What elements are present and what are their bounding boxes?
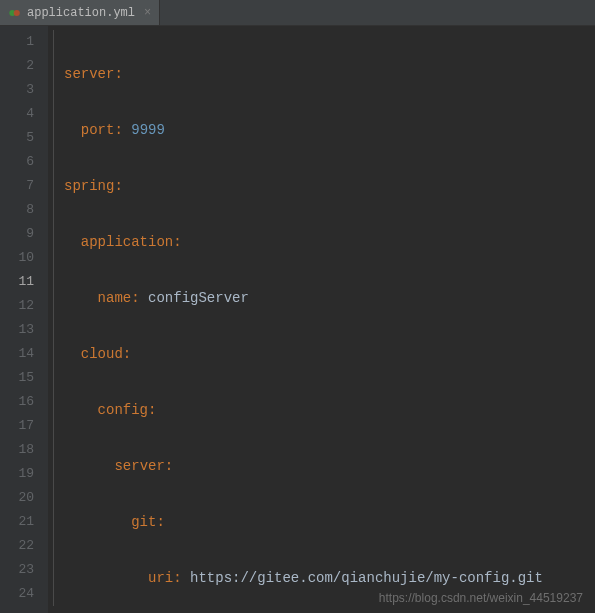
yaml-key: uri (148, 570, 173, 586)
yaml-key: port (81, 122, 115, 138)
fold-marker[interactable] (48, 390, 60, 414)
file-tab[interactable]: application.yml × (0, 0, 160, 25)
line-number: 13 (0, 318, 48, 342)
line-number: 3 (0, 78, 48, 102)
line-number: 12 (0, 294, 48, 318)
line-number: 4 (0, 102, 48, 126)
fold-marker[interactable] (48, 366, 60, 390)
line-number-gutter: 1 2 3 4 5 6 7 8 9 10 11 12 13 14 15 16 1… (0, 26, 48, 613)
code-content[interactable]: server: port: 9999 spring: application: … (60, 26, 595, 613)
fold-marker[interactable] (48, 246, 60, 270)
watermark-text: https://blog.csdn.net/weixin_44519237 (379, 591, 583, 605)
yaml-key: git (131, 514, 156, 530)
line-number: 19 (0, 462, 48, 486)
colon: : (156, 514, 164, 530)
colon: : (173, 570, 190, 586)
yaml-key: spring (64, 178, 114, 194)
fold-marker[interactable] (48, 294, 60, 318)
yaml-key: server (114, 458, 164, 474)
line-number: 14 (0, 342, 48, 366)
fold-marker[interactable] (48, 582, 60, 606)
fold-marker[interactable] (48, 462, 60, 486)
fold-marker[interactable] (48, 270, 60, 294)
line-number: 24 (0, 582, 48, 606)
fold-marker[interactable] (48, 222, 60, 246)
line-number: 16 (0, 390, 48, 414)
colon: : (165, 458, 173, 474)
line-number: 9 (0, 222, 48, 246)
colon: : (148, 402, 156, 418)
fold-column (48, 26, 60, 613)
code-line[interactable]: application: (64, 230, 595, 254)
code-line[interactable]: spring: (64, 174, 595, 198)
yaml-key: application (81, 234, 173, 250)
yaml-key: server (64, 66, 114, 82)
line-number: 11 (0, 270, 48, 294)
yaml-value: configServer (148, 290, 249, 306)
fold-marker[interactable] (48, 30, 60, 54)
tab-filename: application.yml (27, 6, 135, 20)
code-line[interactable]: port: 9999 (64, 118, 595, 142)
colon: : (114, 66, 122, 82)
line-number: 18 (0, 438, 48, 462)
yaml-file-icon (8, 6, 22, 20)
svg-point-1 (14, 9, 20, 15)
line-number: 10 (0, 246, 48, 270)
code-line[interactable]: server: (64, 62, 595, 86)
code-line[interactable]: server: (64, 454, 595, 478)
fold-marker[interactable] (48, 342, 60, 366)
fold-marker[interactable] (48, 174, 60, 198)
yaml-value: https://gitee.com/qianchujie/my-config.g… (190, 570, 543, 586)
editor-area[interactable]: 1 2 3 4 5 6 7 8 9 10 11 12 13 14 15 16 1… (0, 26, 595, 613)
colon: : (131, 290, 148, 306)
line-number: 5 (0, 126, 48, 150)
yaml-key: name (98, 290, 132, 306)
fold-marker[interactable] (48, 78, 60, 102)
fold-marker[interactable] (48, 558, 60, 582)
line-number: 15 (0, 366, 48, 390)
close-icon[interactable]: × (144, 6, 151, 20)
code-line[interactable]: name: configServer (64, 286, 595, 310)
line-number: 23 (0, 558, 48, 582)
line-number: 21 (0, 510, 48, 534)
fold-marker[interactable] (48, 126, 60, 150)
code-line[interactable]: config: (64, 398, 595, 422)
line-number: 22 (0, 534, 48, 558)
line-number: 2 (0, 54, 48, 78)
line-number: 8 (0, 198, 48, 222)
line-number: 7 (0, 174, 48, 198)
fold-marker[interactable] (48, 438, 60, 462)
fold-marker[interactable] (48, 102, 60, 126)
fold-marker[interactable] (48, 510, 60, 534)
fold-marker[interactable] (48, 150, 60, 174)
line-number: 6 (0, 150, 48, 174)
colon: : (114, 178, 122, 194)
yaml-key: config (98, 402, 148, 418)
yaml-key: cloud (81, 346, 123, 362)
fold-marker[interactable] (48, 534, 60, 558)
code-line[interactable]: uri: https://gitee.com/qianchujie/my-con… (64, 566, 595, 590)
fold-marker[interactable] (48, 414, 60, 438)
fold-marker[interactable] (48, 486, 60, 510)
yaml-value: 9999 (131, 122, 165, 138)
fold-marker[interactable] (48, 54, 60, 78)
line-number: 20 (0, 486, 48, 510)
code-line[interactable]: cloud: (64, 342, 595, 366)
fold-marker[interactable] (48, 198, 60, 222)
fold-marker[interactable] (48, 318, 60, 342)
line-number: 17 (0, 414, 48, 438)
tab-bar: application.yml × (0, 0, 595, 26)
colon: : (173, 234, 181, 250)
line-number: 1 (0, 30, 48, 54)
code-line[interactable]: git: (64, 510, 595, 534)
colon: : (123, 346, 131, 362)
colon: : (114, 122, 131, 138)
